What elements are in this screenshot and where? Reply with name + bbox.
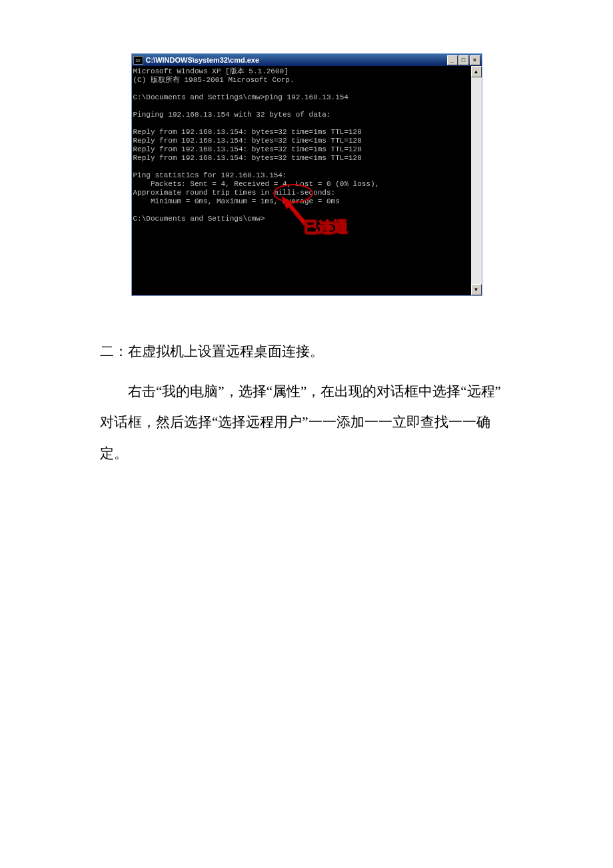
cmd-line: Reply from 192.168.13.154: bytes=32 time… [133, 128, 362, 136]
cmd-line: Microsoft Windows XP [版本 5.1.2600] [133, 67, 289, 75]
cmd-icon: cv [133, 56, 143, 65]
cmd-line: Reply from 192.168.13.154: bytes=32 time… [133, 154, 362, 162]
cmd-line: C:\Documents and Settings\cmw>ping 192.1… [133, 93, 348, 101]
cmd-line: C:\Documents and Settings\cmw> [133, 215, 265, 223]
scrollbar[interactable]: ▲ ▼ [471, 66, 482, 295]
close-button[interactable]: × [470, 55, 480, 65]
cmd-line: Pinging 192.168.13.154 with 32 bytes of … [133, 111, 331, 119]
document-page: cv C:\WINDOWS\system32\cmd.exe _ □ × Mic… [0, 0, 613, 495]
annotation-label: 已连通 [304, 223, 348, 231]
cmd-window: cv C:\WINDOWS\system32\cmd.exe _ □ × Mic… [131, 53, 482, 296]
cmd-line: Minimum = 0ms, Maximum = 1ms, Average = … [133, 197, 340, 205]
window-buttons: _ □ × [447, 55, 480, 65]
document-body: 二：在虚拟机上设置远程桌面连接。 右击“我的电脑”，选择“属性”，在出现的对话框… [100, 336, 513, 469]
minimize-button[interactable]: _ [447, 55, 458, 65]
cmd-output[interactable]: Microsoft Windows XP [版本 5.1.2600] (C) 版… [132, 66, 471, 295]
cmd-title: C:\WINDOWS\system32\cmd.exe [146, 56, 260, 64]
section-paragraph: 右击“我的电脑”，选择“属性”，在出现的对话框中选择“远程”对话框，然后选择“选… [100, 376, 513, 469]
scroll-down-icon[interactable]: ▼ [471, 284, 482, 295]
cmd-titlebar[interactable]: cv C:\WINDOWS\system32\cmd.exe _ □ × [132, 54, 482, 66]
section-heading: 二：在虚拟机上设置远程桌面连接。 [100, 336, 513, 367]
maximize-button[interactable]: □ [458, 55, 469, 65]
cmd-line: Reply from 192.168.13.154: bytes=32 time… [133, 145, 362, 153]
cmd-line: Approximate round trip times in milli-se… [133, 189, 336, 197]
cmd-line: Ping statistics for 192.168.13.154: [133, 171, 287, 179]
cmd-line: (C) 版权所有 1985-2001 Microsoft Corp. [133, 76, 295, 84]
scroll-up-icon[interactable]: ▲ [471, 66, 482, 77]
cmd-body-wrap: Microsoft Windows XP [版本 5.1.2600] (C) 版… [132, 66, 482, 295]
cmd-line: Packets: Sent = 4, Received = 4, Lost = … [133, 180, 380, 188]
cmd-line: Reply from 192.168.13.154: bytes=32 time… [133, 137, 362, 145]
titlebar-left: cv C:\WINDOWS\system32\cmd.exe [133, 56, 260, 65]
scroll-track[interactable] [471, 77, 482, 284]
